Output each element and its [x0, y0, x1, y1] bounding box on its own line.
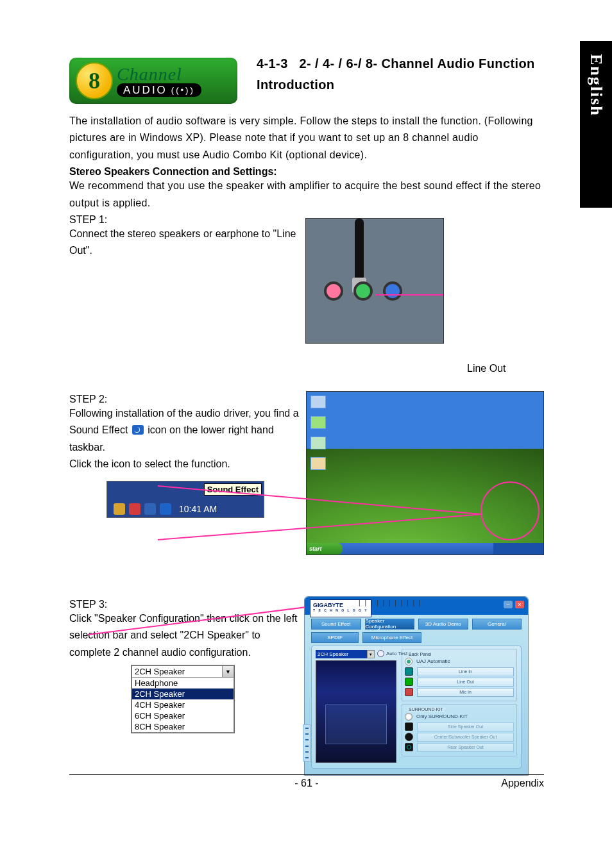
tray-icon[interactable]	[144, 503, 156, 515]
port-icon	[405, 678, 413, 686]
dropdown-option[interactable]: Headphone	[132, 678, 234, 689]
tab-spdif[interactable]: SPDIF	[311, 632, 359, 643]
callout-arrow	[375, 294, 444, 296]
stereo-recommend: We recommend that you use the speaker wi…	[69, 178, 544, 212]
taskbar-screenshot: Sound Effect 10:41 AM	[106, 481, 264, 518]
port-rear[interactable]: Rear Speaker Out	[417, 743, 514, 752]
port-icon	[405, 688, 413, 696]
channel-select-button[interactable]: ▾	[367, 650, 375, 658]
tab-general[interactable]: General	[472, 619, 522, 630]
step1-row: STEP 1: Connect the stereo speakers or e…	[69, 212, 544, 344]
lineout-jack-icon	[353, 281, 373, 301]
notification-area[interactable]	[493, 543, 543, 555]
dropdown-option[interactable]: 8CH Speaker	[132, 721, 234, 732]
radio-icon	[377, 650, 384, 657]
section-name: Appendix	[501, 778, 544, 789]
config-panel: 2CH Speaker ▾ Auto Test Back Panel UAJ A…	[311, 646, 522, 769]
equalizer-icon	[303, 724, 310, 762]
linein-jack-icon	[383, 281, 402, 301]
logo-eight-badge: 8	[76, 62, 113, 99]
radio-icon	[405, 658, 412, 665]
sound-waves-icon: ((•))	[171, 86, 195, 94]
sound-effect-icon	[132, 425, 144, 435]
port-center[interactable]: Center/Subwoofer Speaker Out	[417, 733, 514, 742]
step2-row: STEP 2: Following installation of the au…	[69, 391, 544, 555]
tray-icon[interactable]	[129, 503, 140, 515]
lineout-photo	[305, 218, 444, 344]
desktop-icon[interactable]	[310, 437, 325, 450]
port-icon	[405, 667, 413, 676]
dropdown-option[interactable]: 4CH Speaker	[132, 699, 234, 710]
dropdown-value[interactable]: 2CH Speaker	[132, 665, 222, 678]
minimize-button[interactable]: –	[504, 601, 513, 608]
page-footer: - 61 - Appendix	[69, 774, 544, 789]
audio-config-window: GIGABYTET E C H N O L O G Y | | | | | | …	[304, 596, 529, 776]
page-number: - 61 -	[294, 778, 318, 789]
speaker-dropdown: 2CH Speaker ▼ Headphone 2CH Speaker 4CH …	[131, 665, 235, 733]
stereo-subheading: Stereo Speakers Connection and Settings:	[69, 166, 544, 178]
desktop-screenshot: start	[306, 391, 544, 555]
port-linein[interactable]: Line In	[417, 667, 514, 676]
tab-speaker-config[interactable]: Speaker Configuration	[365, 619, 415, 630]
desktop-icon[interactable]	[310, 457, 325, 471]
logo-audio-text: AUDIO ((•))	[117, 83, 201, 97]
header-row: 8 Channel AUDIO ((•)) 4-1-3 2- / 4- / 6-…	[69, 58, 544, 104]
tab-3d-demo[interactable]: 3D Audio Demo	[418, 619, 468, 630]
titlebar-grip: | | | | | | | | | | |	[359, 599, 421, 606]
window-titlebar: GIGABYTET E C H N O L O G Y | | | | | | …	[305, 597, 528, 615]
channel-select[interactable]: 2CH Speaker	[316, 650, 369, 658]
zoom-highlight-circle	[480, 481, 540, 540]
port-icon	[405, 722, 413, 731]
step1-text: Connect the stereo speakers or earphone …	[69, 226, 300, 260]
dropdown-list: Headphone 2CH Speaker 4CH Speaker 6CH Sp…	[132, 678, 234, 733]
speaker-room-preview	[316, 660, 396, 763]
step3-text: Click "Speaker Configuration" then click…	[69, 610, 304, 661]
port-icon	[405, 733, 413, 741]
desktop-icon[interactable]	[310, 416, 325, 430]
radio-icon	[405, 713, 412, 721]
page-content: 8 Channel AUDIO ((•)) 4-1-3 2- / 4- / 6-…	[69, 58, 544, 776]
start-button[interactable]: start	[307, 543, 343, 555]
tab-mic-effect[interactable]: Microphone Effect	[362, 632, 421, 643]
dropdown-option-selected[interactable]: 2CH Speaker	[132, 689, 234, 699]
lineout-callout: Line Out	[467, 363, 506, 374]
port-icon	[405, 743, 413, 751]
port-side[interactable]: Side Speaker Out	[417, 722, 514, 731]
logo-channel-text: Channel	[117, 65, 201, 83]
port-lineout[interactable]: Line Out	[417, 678, 514, 687]
page-title: 4-1-3 2- / 4- / 6-/ 8- Channel Audio Fun…	[257, 56, 535, 92]
tray-icon[interactable]	[114, 503, 125, 515]
port-micin[interactable]: Mic In	[417, 688, 514, 697]
dropdown-toggle-button[interactable]: ▼	[222, 665, 234, 678]
step3-row: STEP 3: Click "Speaker Configuration" th…	[69, 596, 544, 776]
language-tab: English	[580, 41, 612, 208]
dropdown-option[interactable]: 6CH Speaker	[132, 710, 234, 721]
desktop-icon[interactable]	[310, 396, 325, 409]
system-tray: 10:41 AM	[114, 503, 217, 515]
sound-effect-tray-icon[interactable]	[160, 503, 171, 515]
step3-label: STEP 3:	[69, 599, 304, 610]
back-panel-fieldset: Back Panel UAJ Automatic Line In Line Ou…	[402, 649, 517, 701]
close-button[interactable]: ×	[515, 601, 524, 608]
back-panel-section: Back Panel UAJ Automatic Line In Line Ou…	[402, 649, 517, 759]
taskbar-clock: 10:41 AM	[179, 504, 217, 514]
tabs: Sound Effect Speaker Configuration 3D Au…	[305, 615, 528, 643]
intro-paragraph: The installation of audio software is ve…	[69, 113, 544, 163]
step2-label: STEP 2:	[69, 394, 302, 405]
step2-text: Following installation of the audio driv…	[69, 405, 302, 473]
channel-audio-logo: 8 Channel AUDIO ((•))	[69, 58, 237, 104]
step1-label: STEP 1:	[69, 214, 300, 226]
only-surround-toggle[interactable]: Only SURROUND-KIT	[405, 713, 514, 721]
mic-jack-icon	[324, 281, 343, 301]
tab-sound-effect[interactable]: Sound Effect	[311, 619, 361, 630]
surround-kit-fieldset: SURROUND-KIT Only SURROUND-KIT Side Spea…	[402, 704, 517, 756]
uaj-automatic-toggle[interactable]: UAJ Automatic	[405, 658, 514, 665]
